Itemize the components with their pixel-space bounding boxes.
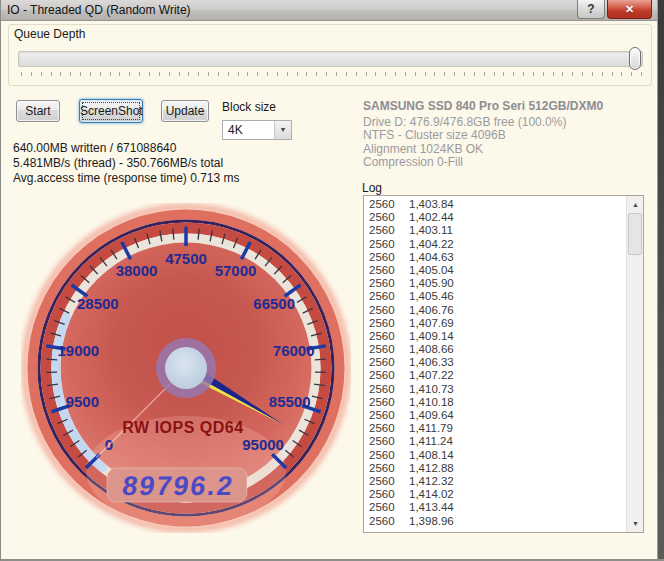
- svg-text:47500: 47500: [165, 250, 207, 267]
- svg-text:76000: 76000: [273, 342, 315, 359]
- stat-access-time: Avg.access time (response time) 0.713 ms: [13, 171, 240, 186]
- log-row[interactable]: 25601,404.63: [364, 251, 626, 264]
- close-icon: ✕: [625, 3, 634, 15]
- gauge-title: RW IOPS QD64: [122, 419, 243, 436]
- start-button[interactable]: Start: [16, 100, 60, 122]
- log-row[interactable]: 25601,410.73: [364, 383, 626, 396]
- svg-text:9500: 9500: [66, 393, 99, 410]
- log-scrollbar[interactable]: ▲ ▼: [626, 196, 643, 532]
- iops-gauge: 0950019000285003800047500570006650076000…: [21, 203, 351, 533]
- log-row[interactable]: 25601,409.14: [364, 330, 626, 343]
- log-row[interactable]: 25601,408.14: [364, 449, 626, 462]
- block-size-select[interactable]: 4K ▼: [222, 120, 292, 140]
- queue-depth-slider-thumb[interactable]: [629, 47, 641, 70]
- log-row[interactable]: 25601,405.04: [364, 264, 626, 277]
- svg-text:66500: 66500: [253, 295, 295, 312]
- log-row[interactable]: 25601,409.64: [364, 409, 626, 422]
- queue-depth-label: Queue Depth: [14, 27, 85, 41]
- drive-filesystem: NTFS - Cluster size 4096B: [363, 129, 603, 143]
- close-button[interactable]: ✕: [607, 0, 652, 19]
- stat-written: 640.00MB written / 671088640: [13, 141, 240, 156]
- gauge-hub: [165, 347, 207, 389]
- drive-free-space: Drive D: 476.9/476.8GB free (100.0%): [363, 116, 603, 130]
- svg-text:19000: 19000: [57, 342, 99, 359]
- log-row[interactable]: 25601,410.18: [364, 396, 626, 409]
- log-row[interactable]: 25601,403.11: [364, 224, 626, 237]
- log-row[interactable]: 25601,407.22: [364, 369, 626, 382]
- throughput-stats: 640.00MB written / 671088640 5.481MB/s (…: [13, 141, 240, 186]
- log-row[interactable]: 25601,413.44: [364, 501, 626, 514]
- scroll-down-icon[interactable]: ▼: [627, 515, 644, 532]
- screenshot-button[interactable]: ScreenShot: [79, 99, 143, 123]
- log-row[interactable]: 25601,412.88: [364, 462, 626, 475]
- log-row[interactable]: 25601,406.76: [364, 304, 626, 317]
- stat-speed: 5.481MB/s (thread) - 350.766MB/s total: [13, 156, 240, 171]
- lcd-readout: 89796.2: [120, 470, 236, 501]
- window-title: IO - Threaded QD (Random Write): [7, 3, 191, 17]
- gauge-svg: 0950019000285003800047500570006650076000…: [21, 203, 351, 533]
- log-row[interactable]: 25601,414.02: [364, 488, 626, 501]
- block-size-value: 4K: [228, 123, 243, 137]
- log-row[interactable]: 25601,411.24: [364, 435, 626, 448]
- help-icon: ?: [587, 2, 594, 16]
- log-row[interactable]: 25601,404.22: [364, 238, 626, 251]
- drive-model: SAMSUNG SSD 840 Pro Seri 512GB/DXM0: [363, 100, 603, 114]
- log-row[interactable]: 25601,406.33: [364, 356, 626, 369]
- svg-text:95000: 95000: [242, 436, 284, 453]
- app-window: IO - Threaded QD (Random Write) ? ✕ Queu…: [0, 0, 664, 561]
- scroll-up-icon[interactable]: ▲: [627, 196, 644, 213]
- scrollbar-thumb[interactable]: [628, 213, 642, 255]
- log-row[interactable]: 25601,407.69: [364, 317, 626, 330]
- block-size-label: Block size: [222, 100, 276, 114]
- log-rows: 25601,403.84 25601,402.44 25601,403.11 2…: [364, 198, 626, 528]
- log-listbox[interactable]: 25601,403.84 25601,402.44 25601,403.11 2…: [363, 195, 644, 533]
- log-row[interactable]: 25601,398.96: [364, 515, 626, 528]
- log-row[interactable]: 25601,403.84: [364, 198, 626, 211]
- log-label: Log: [362, 181, 382, 195]
- log-row[interactable]: 25601,405.90: [364, 277, 626, 290]
- queue-depth-tick-marks: [21, 72, 643, 77]
- log-row[interactable]: 25601,402.44: [364, 211, 626, 224]
- drive-info: SAMSUNG SSD 840 Pro Seri 512GB/DXM0 Driv…: [363, 100, 603, 170]
- log-row[interactable]: 25601,405.46: [364, 290, 626, 303]
- svg-text:38000: 38000: [116, 262, 158, 279]
- chevron-down-icon[interactable]: ▼: [274, 121, 291, 139]
- log-row[interactable]: 25601,412.32: [364, 475, 626, 488]
- log-row[interactable]: 25601,408.66: [364, 343, 626, 356]
- window-edge: [657, 0, 664, 561]
- update-button[interactable]: Update: [161, 100, 209, 122]
- svg-text:57000: 57000: [215, 262, 257, 279]
- svg-text:85500: 85500: [269, 393, 311, 410]
- drive-alignment: Alignment 1024KB OK: [363, 143, 603, 157]
- help-button[interactable]: ?: [577, 0, 605, 19]
- title-bar[interactable]: IO - Threaded QD (Random Write): [1, 0, 658, 21]
- drive-compression: Compression 0-Fill: [363, 156, 603, 170]
- queue-depth-slider-track[interactable]: [18, 51, 643, 67]
- svg-text:28500: 28500: [77, 295, 119, 312]
- log-row[interactable]: 25601,411.79: [364, 422, 626, 435]
